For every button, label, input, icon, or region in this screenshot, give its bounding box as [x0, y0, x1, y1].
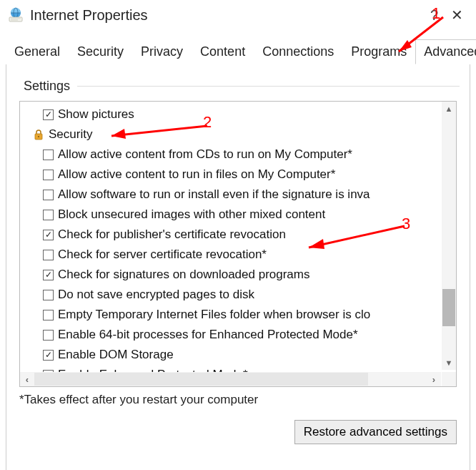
checkbox-icon[interactable]: ✓: [43, 270, 54, 280]
setting-label: Enable 64-bit processes for Enhanced Pro…: [58, 326, 358, 343]
annotation-label-2: 2: [203, 113, 212, 132]
annotation-label-3: 3: [402, 215, 410, 233]
internet-options-icon: [7, 6, 24, 24]
checkbox-icon[interactable]: [43, 310, 54, 320]
svg-rect-3: [9, 17, 22, 21]
settings-listbox-wrap: ✓ Show pictures Security Allow active co…: [19, 101, 457, 387]
tab-strip: General Security Privacy Content Connect…: [6, 39, 470, 64]
setting-item[interactable]: Block unsecured images with other mixed …: [23, 205, 440, 225]
category-label: Security: [49, 126, 92, 143]
setting-label: Check for publisher's certificate revoca…: [58, 226, 286, 243]
setting-label: Do not save encrypted pages to disk: [58, 286, 254, 303]
settings-listbox[interactable]: ✓ Show pictures Security Allow active co…: [19, 101, 457, 387]
setting-label: Check for server certificate revocation*: [58, 246, 267, 263]
checkbox-icon[interactable]: ✓: [43, 230, 54, 240]
close-button[interactable]: ✕: [445, 6, 469, 24]
annotation-label-1: 1: [432, 4, 440, 23]
setting-label: Allow active content from CDs to run on …: [58, 146, 352, 163]
checkbox-icon[interactable]: ✓: [43, 350, 54, 361]
scrollbar-vertical[interactable]: ▲ ▼: [442, 102, 456, 370]
setting-label: Check for signatures on downloaded progr…: [58, 266, 309, 283]
setting-label: Block unsecured images with other mixed …: [58, 206, 325, 223]
checkbox-icon[interactable]: [43, 210, 54, 220]
category-security: Security: [23, 124, 440, 145]
titlebar: Internet Properties ? ✕: [0, 0, 476, 33]
group-settings-label: Settings: [24, 79, 460, 94]
setting-item[interactable]: ✓Enable DOM Storage: [23, 345, 440, 365]
setting-item[interactable]: Allow active content to run in files on …: [23, 165, 440, 185]
window-title: Internet Properties: [30, 7, 148, 24]
scroll-right-button[interactable]: ›: [427, 374, 441, 385]
setting-item[interactable]: ✓Check for publisher's certificate revoc…: [23, 225, 440, 245]
checkbox-icon[interactable]: [43, 170, 54, 180]
scroll-left-button[interactable]: ‹: [20, 374, 34, 385]
tab-general[interactable]: General: [6, 39, 69, 64]
scrollbar-horizontal[interactable]: ‹ ›: [20, 372, 441, 386]
lock-icon: [33, 129, 44, 140]
scroll-thumb-horizontal[interactable]: [34, 373, 368, 386]
restore-advanced-button[interactable]: Restore advanced settings: [294, 420, 457, 444]
scroll-thumb-vertical[interactable]: [442, 289, 455, 326]
checkbox-icon[interactable]: [43, 250, 54, 260]
setting-item[interactable]: ✓Check for signatures on downloaded prog…: [23, 265, 440, 285]
tab-programs[interactable]: Programs: [342, 39, 415, 64]
checkbox-icon[interactable]: ✓: [43, 109, 54, 120]
setting-item[interactable]: Allow active content from CDs to run on …: [23, 145, 440, 165]
checkbox-icon[interactable]: [43, 330, 54, 341]
checkbox-icon[interactable]: [43, 150, 54, 160]
svg-point-7: [38, 136, 39, 137]
scroll-up-button[interactable]: ▲: [442, 102, 456, 116]
restart-note: *Takes effect after you restart your com…: [19, 393, 457, 407]
tab-security[interactable]: Security: [69, 39, 132, 64]
setting-item[interactable]: Allow software to run or install even if…: [23, 185, 440, 205]
button-row: Restore advanced settings: [16, 420, 460, 444]
scroll-corner: [442, 372, 456, 386]
group-settings-text: Settings: [24, 79, 70, 94]
setting-label: Enable Integrated Windows Authentication…: [58, 386, 291, 387]
scroll-down-button[interactable]: ▼: [442, 356, 456, 370]
setting-label: Show pictures: [58, 106, 134, 123]
tab-connections[interactable]: Connections: [254, 39, 342, 64]
tab-content[interactable]: Content: [192, 39, 254, 64]
checkbox-icon[interactable]: [43, 290, 54, 300]
tab-panel-advanced: Settings ✓ Show pictures Security Allow …: [6, 64, 470, 470]
setting-label: Allow active content to run in files on …: [58, 166, 335, 183]
setting-item[interactable]: Check for server certificate revocation*: [23, 245, 440, 265]
setting-show-pictures[interactable]: ✓ Show pictures: [23, 104, 440, 124]
checkbox-icon[interactable]: [43, 190, 54, 200]
setting-item[interactable]: Enable 64-bit processes for Enhanced Pro…: [23, 325, 440, 345]
setting-item[interactable]: Do not save encrypted pages to disk: [23, 285, 440, 305]
tab-privacy[interactable]: Privacy: [132, 39, 192, 64]
setting-label: Empty Temporary Internet Files folder wh…: [58, 306, 370, 323]
setting-label: Allow software to run or install even if…: [58, 186, 370, 203]
setting-item[interactable]: Empty Temporary Internet Files folder wh…: [23, 305, 440, 325]
setting-label: Enable DOM Storage: [58, 346, 174, 363]
tab-advanced[interactable]: Advanced: [415, 39, 476, 64]
